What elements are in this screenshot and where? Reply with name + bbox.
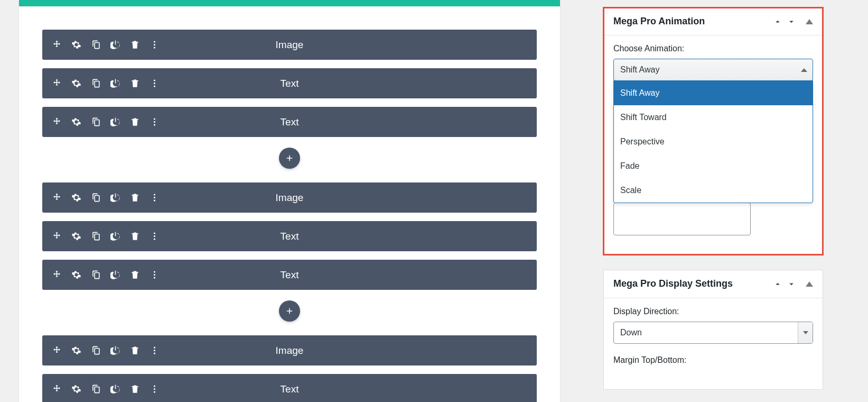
power-icon[interactable]	[110, 270, 120, 280]
trash-icon[interactable]	[130, 40, 140, 50]
move-icon[interactable]	[52, 78, 62, 88]
duplicate-icon[interactable]	[91, 117, 101, 127]
duplicate-icon[interactable]	[91, 193, 101, 203]
block-text[interactable]: Text	[42, 68, 537, 98]
chevron-down-icon[interactable]	[787, 17, 796, 26]
option-scale[interactable]: Scale	[614, 178, 813, 203]
trash-icon[interactable]	[130, 270, 140, 280]
power-icon[interactable]	[110, 40, 120, 50]
more-icon[interactable]	[150, 345, 160, 355]
panel-title: Mega Pro Animation	[613, 15, 773, 28]
duplicate-icon[interactable]	[91, 40, 101, 50]
panel-body: Choose Animation: Shift Away Shift Away …	[604, 35, 823, 254]
display-direction-label: Display Direction:	[613, 307, 813, 316]
block-text[interactable]: Text	[42, 221, 537, 251]
duplicate-icon[interactable]	[91, 384, 101, 394]
move-icon[interactable]	[52, 117, 62, 127]
svg-point-0	[154, 41, 155, 42]
option-shift-toward[interactable]: Shift Toward	[614, 105, 813, 130]
option-shift-away[interactable]: Shift Away	[614, 81, 813, 105]
option-perspective[interactable]: Perspective	[614, 130, 813, 154]
block-toolbar	[52, 384, 160, 394]
power-icon[interactable]	[110, 78, 120, 88]
trash-icon[interactable]	[130, 384, 140, 394]
duplicate-icon[interactable]	[91, 270, 101, 280]
gear-icon[interactable]	[71, 40, 81, 50]
gear-icon[interactable]	[71, 231, 81, 241]
move-icon[interactable]	[52, 40, 62, 50]
more-icon[interactable]	[150, 270, 160, 280]
panel-header[interactable]: Mega Pro Animation	[604, 8, 823, 35]
block-text[interactable]: Text	[42, 260, 537, 290]
content-card: Image Text Text	[19, 0, 560, 402]
move-icon[interactable]	[52, 345, 62, 355]
chevron-up-icon[interactable]	[773, 279, 782, 289]
trash-icon[interactable]	[130, 117, 140, 127]
chevron-up-icon[interactable]	[773, 17, 782, 26]
panel-controls	[773, 17, 813, 26]
add-block-button[interactable]	[279, 148, 300, 169]
option-fade[interactable]: Fade	[614, 154, 813, 178]
duplicate-icon[interactable]	[91, 345, 101, 355]
block-image[interactable]: Image	[42, 335, 537, 366]
svg-point-15	[154, 271, 155, 272]
block-header-bar	[19, 0, 560, 6]
more-icon[interactable]	[150, 384, 160, 394]
toggle-icon[interactable]	[806, 19, 813, 24]
trash-icon[interactable]	[130, 231, 140, 241]
move-icon[interactable]	[52, 270, 62, 280]
block-text[interactable]: Text	[42, 107, 537, 137]
power-icon[interactable]	[110, 117, 120, 127]
svg-point-9	[154, 194, 155, 195]
choose-animation-label: Choose Animation:	[613, 44, 813, 53]
secondary-input[interactable]	[613, 203, 751, 235]
gear-icon[interactable]	[71, 345, 81, 355]
gear-icon[interactable]	[71, 193, 81, 203]
block-toolbar	[52, 40, 160, 50]
more-icon[interactable]	[150, 231, 160, 241]
plus-icon	[285, 153, 294, 163]
trash-icon[interactable]	[130, 78, 140, 88]
panel-header[interactable]: Mega Pro Display Settings	[604, 270, 823, 298]
power-icon[interactable]	[110, 231, 120, 241]
svg-point-7	[154, 121, 155, 123]
svg-point-2	[154, 47, 155, 48]
more-icon[interactable]	[150, 117, 160, 127]
gear-icon[interactable]	[71, 384, 81, 394]
display-direction-select[interactable]: Down	[613, 322, 813, 344]
gear-icon[interactable]	[71, 78, 81, 88]
block-image[interactable]: Image	[42, 30, 537, 60]
duplicate-icon[interactable]	[91, 231, 101, 241]
svg-point-8	[154, 124, 155, 125]
trash-icon[interactable]	[130, 193, 140, 203]
gear-icon[interactable]	[71, 270, 81, 280]
animation-select[interactable]: Shift Away Shift Away Shift Toward Persp…	[613, 59, 813, 81]
trash-icon[interactable]	[130, 345, 140, 355]
block-text[interactable]: Text	[42, 374, 537, 402]
more-icon[interactable]	[150, 78, 160, 88]
block-image[interactable]: Image	[42, 182, 537, 213]
move-icon[interactable]	[52, 231, 62, 241]
svg-point-3	[154, 79, 155, 81]
add-block-button[interactable]	[279, 300, 300, 322]
svg-point-21	[154, 385, 155, 387]
svg-point-19	[154, 350, 155, 351]
svg-point-4	[154, 83, 155, 84]
gear-icon[interactable]	[71, 117, 81, 127]
move-icon[interactable]	[52, 193, 62, 203]
svg-point-18	[154, 346, 155, 348]
plus-icon	[285, 306, 294, 316]
power-icon[interactable]	[110, 345, 120, 355]
duplicate-icon[interactable]	[91, 78, 101, 88]
block-toolbar	[52, 231, 160, 241]
chevron-down-icon[interactable]	[787, 279, 796, 289]
select-value: Shift Away	[620, 65, 659, 75]
more-icon[interactable]	[150, 40, 160, 50]
more-icon[interactable]	[150, 193, 160, 203]
block-toolbar	[52, 270, 160, 280]
power-icon[interactable]	[110, 193, 120, 203]
toggle-icon[interactable]	[806, 281, 813, 287]
power-icon[interactable]	[110, 384, 120, 394]
move-icon[interactable]	[52, 384, 62, 394]
caret-up-icon	[801, 68, 807, 72]
